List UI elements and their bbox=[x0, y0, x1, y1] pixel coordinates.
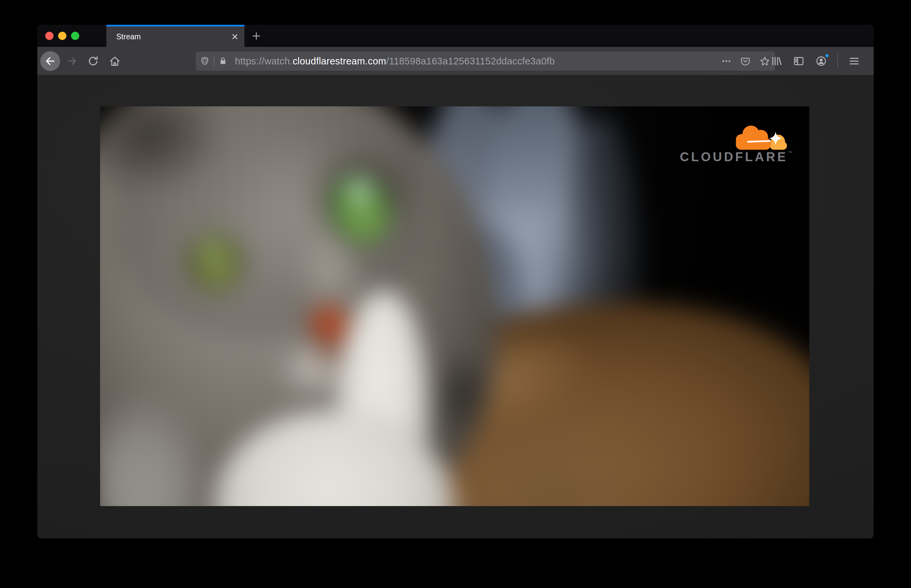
url-bar[interactable]: https://watch.cloudflarestream.com/11859… bbox=[196, 52, 775, 71]
traffic-close-button[interactable] bbox=[45, 32, 53, 40]
traffic-lights bbox=[45, 32, 79, 40]
video-frame-cat bbox=[100, 107, 809, 506]
account-notification-dot bbox=[824, 53, 829, 58]
page-actions-button[interactable] bbox=[721, 56, 731, 66]
back-button[interactable] bbox=[40, 51, 60, 71]
library-button[interactable] bbox=[769, 53, 784, 69]
tab-bar[interactable]: Stream bbox=[37, 25, 874, 47]
navigation-toolbar: https://watch.cloudflarestream.com/11859… bbox=[37, 47, 874, 75]
home-button[interactable] bbox=[107, 53, 122, 69]
toolbar-right-tools bbox=[769, 53, 862, 69]
sidebar-button[interactable] bbox=[791, 53, 806, 69]
url-text: https://watch.cloudflarestream.com/11859… bbox=[235, 56, 555, 67]
pocket-icon bbox=[740, 56, 751, 66]
urlbar-actions bbox=[721, 56, 770, 67]
pocket-button[interactable] bbox=[740, 56, 751, 66]
lock-icon[interactable] bbox=[218, 57, 228, 66]
url-prefix: https://watch. bbox=[235, 56, 292, 66]
overflow-dots-icon bbox=[721, 56, 731, 66]
browser-window: Stream bbox=[37, 25, 874, 538]
toolbar-divider bbox=[837, 54, 838, 68]
reload-button[interactable] bbox=[86, 53, 101, 69]
menu-button[interactable] bbox=[846, 53, 862, 69]
url-domain: cloudflarestream.com bbox=[292, 56, 386, 66]
back-icon bbox=[44, 55, 57, 67]
cat-mouth-shadow bbox=[315, 340, 345, 370]
cloudflare-cloud-icon bbox=[734, 122, 791, 153]
cat-left-eye-glint bbox=[200, 234, 224, 258]
tab-title: Stream bbox=[116, 25, 141, 47]
reload-icon bbox=[87, 55, 99, 67]
sidebar-icon bbox=[793, 55, 804, 67]
new-tab-button[interactable] bbox=[244, 25, 268, 47]
home-icon bbox=[109, 55, 121, 67]
account-button[interactable] bbox=[814, 53, 829, 69]
url-path: /118598a163a125631152ddaccfe3a0fb bbox=[386, 56, 555, 66]
forward-icon bbox=[66, 55, 78, 67]
tab-stream[interactable]: Stream bbox=[107, 25, 244, 47]
page-content: CLOUDFLARE™ bbox=[37, 75, 874, 538]
forward-button[interactable] bbox=[65, 53, 79, 69]
shield-icon[interactable] bbox=[200, 56, 210, 66]
urlbar-divider bbox=[214, 55, 214, 67]
cloudflare-wordmark: CLOUDFLARE™ bbox=[679, 150, 793, 164]
tab-close-icon[interactable] bbox=[230, 32, 240, 42]
desktop-background: Stream bbox=[0, 0, 911, 588]
new-tab-icon bbox=[251, 31, 262, 42]
video-player[interactable]: CLOUDFLARE™ bbox=[100, 107, 809, 506]
library-icon bbox=[770, 55, 782, 67]
traffic-zoom-button[interactable] bbox=[71, 32, 79, 40]
menu-icon bbox=[848, 55, 860, 67]
traffic-minimize-button[interactable] bbox=[58, 32, 66, 40]
cloudflare-watermark: CLOUDFLARE™ bbox=[679, 122, 793, 164]
